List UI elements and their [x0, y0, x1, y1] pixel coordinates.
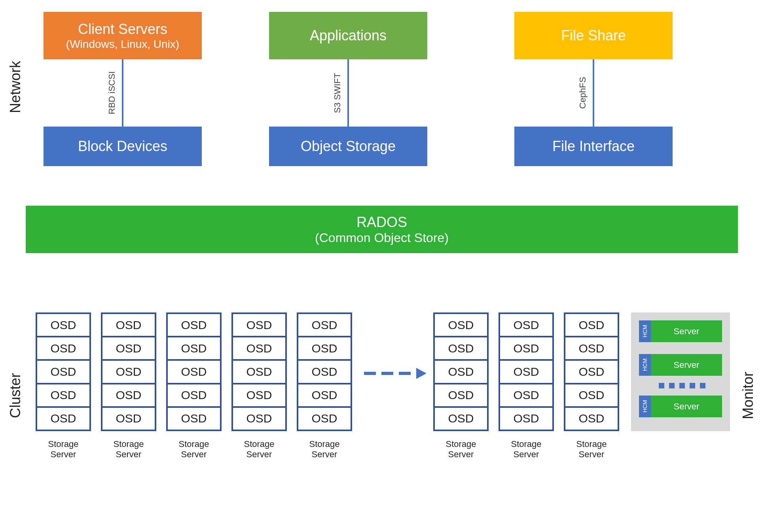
rados-title: RADOS [356, 214, 407, 231]
osd-stack-6: OSDOSDOSDOSDOSD [433, 312, 489, 431]
hcm-server-1: HCM Server [639, 320, 722, 342]
hcm-tab: HCM [639, 354, 651, 376]
osd-cell: OSD [168, 314, 220, 337]
osd-stack-2: OSDOSDOSDOSDOSD [101, 312, 156, 431]
osd-stack-3: OSDOSDOSDOSDOSD [166, 312, 222, 431]
storage-server-label-3: StorageServer [166, 439, 222, 460]
monitor-ellipsis [659, 383, 705, 388]
storage-server-label-1: StorageServer [36, 439, 91, 460]
section-label-monitor: Monitor [740, 356, 756, 435]
storage-server-label-8: StorageServer [564, 439, 619, 460]
box-object-storage: Object Storage [269, 127, 427, 166]
osd-cell: OSD [102, 408, 155, 430]
osd-cell: OSD [37, 408, 89, 430]
osd-cell: OSD [102, 314, 155, 337]
osd-cell: OSD [565, 384, 618, 408]
hcm-body: Server [651, 354, 722, 376]
osd-cell: OSD [500, 314, 552, 337]
box-client-servers: Client Servers (Windows, Linux, Unix) [44, 12, 202, 59]
osd-cell: OSD [233, 337, 285, 361]
osd-cell: OSD [435, 314, 487, 337]
osd-cell: OSD [168, 384, 220, 408]
osd-stack-5: OSDOSDOSDOSDOSD [297, 312, 352, 431]
osd-cell: OSD [565, 337, 618, 361]
storage-server-label-6: StorageServer [433, 439, 489, 460]
box-applications: Applications [269, 12, 427, 59]
storage-server-label-4: StorageServer [231, 439, 287, 460]
osd-cell: OSD [298, 361, 351, 384]
osd-cell: OSD [37, 361, 89, 384]
osd-cell: OSD [565, 314, 618, 337]
connector-cephfs [593, 59, 594, 127]
osd-cell: OSD [233, 384, 285, 408]
hcm-body: Server [651, 320, 722, 342]
storage-server-label-7: StorageServer [499, 439, 554, 460]
osd-cell: OSD [298, 408, 351, 430]
hcm-server-3: HCM Server [639, 396, 722, 417]
storage-server-label-2: StorageServer [101, 439, 156, 460]
osd-cell: OSD [298, 384, 351, 408]
osd-cell: OSD [435, 337, 487, 361]
file-share-title: File Share [561, 27, 626, 44]
osd-cell: OSD [565, 408, 618, 430]
osd-stack-1: OSDOSDOSDOSDOSD [36, 312, 91, 431]
osd-cell: OSD [37, 384, 89, 408]
hcm-server-2: HCM Server [639, 354, 722, 376]
connector-rbd-iscsi [122, 59, 123, 127]
box-block-devices: Block Devices [44, 127, 202, 166]
osd-cell: OSD [168, 337, 220, 361]
box-rados: RADOS (Common Object Store) [26, 206, 738, 253]
osd-cell: OSD [435, 361, 487, 384]
section-label-network: Network [7, 47, 24, 127]
section-label-cluster: Cluster [7, 356, 24, 435]
osd-cell: OSD [298, 314, 351, 337]
osd-stack-7: OSDOSDOSDOSDOSD [499, 312, 554, 431]
object-storage-title: Object Storage [301, 138, 396, 155]
osd-cell: OSD [233, 314, 285, 337]
arrow-continuation [364, 368, 427, 379]
box-file-interface: File Interface [514, 127, 673, 166]
storage-server-label-5: StorageServer [297, 439, 352, 460]
osd-cell: OSD [168, 408, 220, 430]
box-file-share: File Share [514, 12, 673, 59]
hcm-tab: HCM [639, 320, 651, 342]
osd-cell: OSD [500, 384, 552, 408]
connector-s3-swift [347, 59, 349, 127]
osd-cell: OSD [168, 361, 220, 384]
osd-cell: OSD [102, 384, 155, 408]
osd-cell: OSD [102, 337, 155, 361]
osd-cell: OSD [37, 337, 89, 361]
osd-cell: OSD [298, 337, 351, 361]
client-servers-subtitle: (Windows, Linux, Unix) [66, 38, 179, 51]
osd-cell: OSD [435, 408, 487, 430]
connector-label-cephfs: CephFS [578, 71, 588, 115]
osd-cell: OSD [102, 361, 155, 384]
hcm-tab: HCM [639, 396, 651, 417]
osd-cell: OSD [565, 361, 618, 384]
applications-title: Applications [310, 27, 387, 44]
file-interface-title: File Interface [552, 138, 635, 155]
rados-subtitle: (Common Object Store) [315, 231, 449, 245]
osd-cell: OSD [435, 384, 487, 408]
osd-cell: OSD [500, 361, 552, 384]
osd-cell: OSD [233, 408, 285, 430]
connector-label-s3-swift: S3 SWIFT [332, 67, 343, 119]
connector-label-rbd-iscsi: RBD iSCSI [107, 67, 117, 119]
block-devices-title: Block Devices [78, 138, 167, 155]
osd-cell: OSD [37, 314, 89, 337]
hcm-body: Server [651, 396, 722, 417]
osd-stack-8: OSDOSDOSDOSDOSD [564, 312, 619, 431]
osd-cell: OSD [500, 337, 552, 361]
client-servers-title: Client Servers [78, 21, 167, 38]
osd-cell: OSD [500, 408, 552, 430]
osd-cell: OSD [233, 361, 285, 384]
osd-stack-4: OSDOSDOSDOSDOSD [231, 312, 287, 431]
diagram-root: Network Cluster Monitor Client Servers (… [0, 0, 764, 532]
